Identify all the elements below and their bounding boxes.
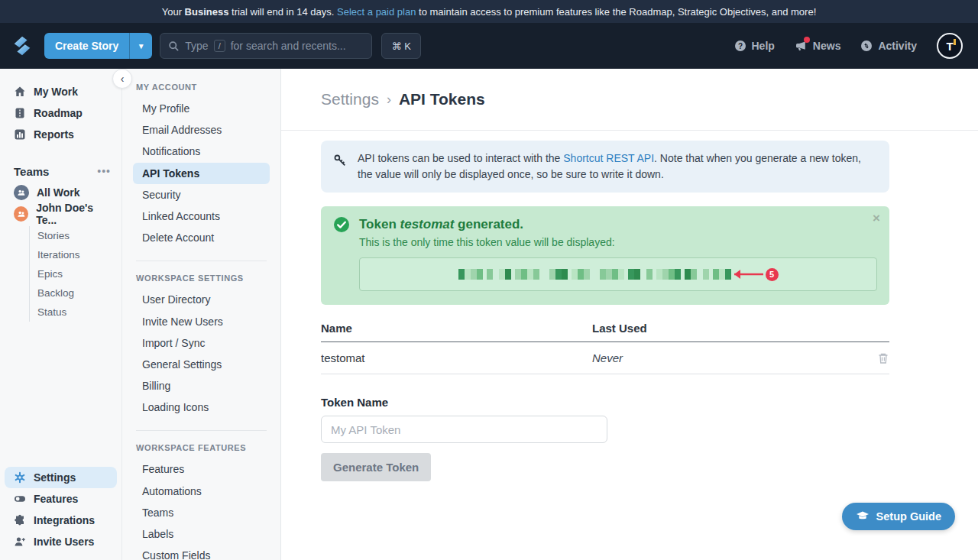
sidebar-label: Reports: [34, 128, 74, 141]
sidebar-item-invite-users[interactable]: Invite Users: [0, 531, 121, 552]
bar-chart-icon: [14, 128, 26, 141]
annotation-arrow: 5: [733, 268, 779, 281]
check-circle-icon: [333, 216, 350, 233]
activity-icon: [860, 40, 873, 52]
subnav-item-stories[interactable]: Stories: [30, 226, 121, 245]
top-navbar: Create Story ▼ Type / for search and rec…: [0, 23, 978, 69]
trash-icon[interactable]: [877, 352, 889, 364]
success-title: Token testomat generated.: [359, 217, 523, 232]
nav-item-notifications[interactable]: Notifications: [133, 141, 270, 162]
section-title-workspace-features: WORKSPACE FEATURES: [136, 443, 280, 452]
close-icon[interactable]: ×: [873, 211, 880, 226]
nav-item-features[interactable]: Features: [133, 458, 270, 480]
sidebar-item-my-work[interactable]: My Work: [0, 81, 121, 102]
road-icon: [14, 107, 26, 119]
sidebar-label: All Work: [37, 186, 80, 199]
graduation-cap-icon: [856, 510, 870, 523]
slash-key-hint: /: [214, 40, 225, 52]
sidebar-label: My Work: [34, 86, 78, 98]
sidebar-item-integrations[interactable]: Integrations: [0, 510, 121, 531]
nav-item-loading-icons[interactable]: Loading Icons: [133, 397, 270, 418]
collapse-sidebar-button[interactable]: ‹: [112, 69, 132, 89]
subnav-item-backlog[interactable]: Backlog: [30, 283, 121, 303]
section-title-workspace-settings: WORKSPACE SETTINGS: [136, 274, 280, 283]
shortcut-rest-api-link[interactable]: Shortcut REST API: [563, 152, 654, 164]
key-icon: [333, 154, 347, 170]
page-header: Settings › API Tokens: [281, 69, 978, 131]
subnav-item-status[interactable]: Status: [30, 303, 121, 322]
section-title-my-account: MY ACCOUNT: [136, 83, 280, 92]
nav-item-labels[interactable]: Labels: [133, 523, 270, 545]
token-name-cell: testomat: [321, 351, 592, 364]
breadcrumb-settings[interactable]: Settings: [321, 90, 379, 108]
nav-item-import-sync[interactable]: Import / Sync: [133, 332, 270, 354]
select-paid-plan-link[interactable]: Select a paid plan: [337, 6, 416, 18]
sidebar-item-features[interactable]: Features: [0, 488, 121, 510]
nav-item-invite-new-users[interactable]: Invite New Users: [133, 311, 270, 332]
divider: [136, 261, 267, 261]
sidebar-label: Invite Users: [34, 536, 94, 548]
cmd-k-shortcut-badge[interactable]: ⌘ K: [381, 33, 421, 59]
avatar-accent-mark: [954, 39, 956, 45]
annotation-step-badge: 5: [766, 268, 779, 281]
teams-section-header: Teams •••: [0, 160, 121, 182]
search-placeholder: for search and recents...: [231, 40, 346, 52]
nav-item-general-settings[interactable]: General Settings: [133, 354, 270, 375]
nav-item-user-directory[interactable]: User Directory: [133, 289, 270, 310]
search-type-label: Type: [185, 40, 208, 52]
trial-banner: Your Business trial will end in 14 days.…: [0, 0, 978, 23]
nav-item-billing[interactable]: Billing: [133, 375, 270, 397]
sidebar-item-all-work[interactable]: All Work: [0, 182, 121, 203]
sidebar-label: John Doe's Te...: [36, 202, 114, 226]
nav-item-email-addresses[interactable]: Email Addresses: [133, 119, 270, 141]
search-input[interactable]: Type / for search and recents...: [160, 33, 372, 59]
news-label: News: [813, 40, 841, 52]
news-unread-badge: [804, 37, 810, 43]
activity-button[interactable]: Activity: [860, 40, 917, 52]
subnav-item-epics[interactable]: Epics: [30, 264, 121, 283]
gear-icon: [14, 471, 26, 484]
sidebar-label: Roadmap: [34, 107, 83, 119]
sidebar-item-roadmap[interactable]: Roadmap: [0, 102, 121, 124]
setup-guide-button[interactable]: Setup Guide: [842, 503, 955, 530]
nav-item-automations[interactable]: Automations: [133, 481, 270, 502]
primary-sidebar: My Work Roadmap Reports Teams ••• All Wo…: [0, 69, 122, 560]
house-icon: [14, 86, 26, 98]
info-text: API tokens can be used to interact with …: [358, 151, 877, 183]
nav-item-my-profile[interactable]: My Profile: [133, 98, 270, 119]
new-token-form: Token Name Generate Token: [321, 396, 889, 481]
nav-item-delete-account[interactable]: Delete Account: [133, 227, 270, 248]
sidebar-item-settings[interactable]: Settings: [5, 467, 117, 488]
token-name-input[interactable]: [321, 416, 607, 443]
sidebar-item-reports[interactable]: Reports: [0, 124, 121, 145]
sidebar-item-john-does-team[interactable]: John Doe's Te...: [0, 203, 121, 225]
create-story-dropdown-button[interactable]: ▼: [129, 33, 152, 59]
nav-item-custom-fields[interactable]: Custom Fields: [133, 545, 270, 560]
nav-item-teams[interactable]: Teams: [133, 502, 270, 523]
nav-item-linked-accounts[interactable]: Linked Accounts: [133, 206, 270, 227]
info-text-pre: API tokens can be used to interact with …: [358, 152, 563, 164]
subnav-item-iterations[interactable]: Iterations: [30, 245, 121, 264]
column-header-last-used: Last Used: [592, 322, 889, 335]
toggle-icon: [14, 493, 26, 505]
avatar-letter: T: [946, 40, 953, 53]
create-story-split-button: Create Story ▼: [44, 33, 152, 59]
help-button[interactable]: ? Help: [734, 40, 775, 52]
nav-item-api-tokens[interactable]: API Tokens: [133, 163, 270, 184]
success-subtitle: This is the only time this token value w…: [359, 236, 877, 248]
page-title: API Tokens: [399, 90, 485, 108]
user-avatar[interactable]: T: [937, 33, 963, 59]
team-subnav: Stories Iterations Epics Backlog Status: [29, 226, 121, 322]
create-story-button[interactable]: Create Story: [44, 33, 129, 59]
shortcut-logo-icon[interactable]: [9, 33, 35, 59]
setup-guide-label: Setup Guide: [876, 510, 941, 523]
activity-label: Activity: [878, 40, 917, 52]
generate-token-button[interactable]: Generate Token: [321, 453, 431, 481]
nav-item-security[interactable]: Security: [133, 184, 270, 206]
news-button[interactable]: News: [795, 40, 841, 52]
token-name-label: Token Name: [321, 396, 889, 409]
search-icon: [168, 40, 180, 52]
sidebar-label: Integrations: [34, 514, 95, 526]
trial-plan-name: Business: [185, 6, 229, 18]
teams-menu-button[interactable]: •••: [97, 165, 111, 177]
